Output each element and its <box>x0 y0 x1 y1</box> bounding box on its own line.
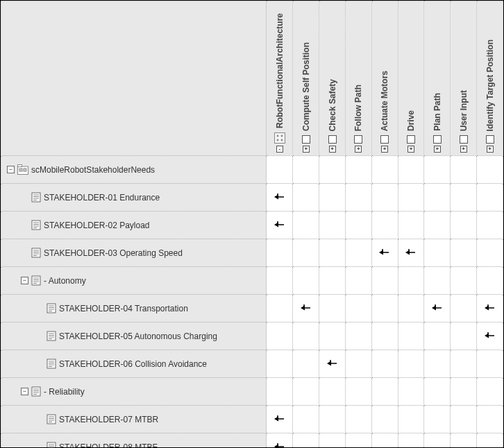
matrix-cell[interactable] <box>293 378 319 406</box>
matrix-cell[interactable] <box>398 433 424 449</box>
matrix-cell[interactable] <box>424 322 451 350</box>
row-header[interactable]: STAKEHOLDER-04 Transportation <box>1 295 267 322</box>
row-header[interactable]: STAKEHOLDER-02 Payload <box>1 212 267 239</box>
matrix-cell[interactable] <box>371 433 398 449</box>
matrix-cell[interactable] <box>345 239 371 267</box>
row-header[interactable]: STAKEHOLDER-06 Collision Avoidance <box>1 350 267 378</box>
matrix-cell[interactable] <box>371 156 398 184</box>
matrix-cell[interactable] <box>477 350 503 378</box>
collapse-icon[interactable]: − <box>21 388 28 395</box>
matrix-cell[interactable] <box>424 212 451 239</box>
column-header[interactable]: RobotFunctionalArchitecture- <box>267 1 293 156</box>
matrix-cell[interactable] <box>319 350 346 378</box>
matrix-cell[interactable] <box>267 378 293 406</box>
matrix-cell[interactable] <box>451 350 477 378</box>
expand-icon[interactable]: + <box>408 146 414 153</box>
matrix-cell[interactable] <box>371 267 398 295</box>
column-header[interactable]: User Input+ <box>451 1 477 156</box>
matrix-cell[interactable] <box>293 239 319 267</box>
matrix-cell[interactable] <box>424 184 451 212</box>
matrix-cell[interactable] <box>398 212 424 239</box>
matrix-cell[interactable] <box>398 156 424 184</box>
column-header[interactable]: Actuate Motors+ <box>371 1 398 156</box>
matrix-cell[interactable] <box>319 267 346 295</box>
matrix-cell[interactable] <box>451 267 477 295</box>
matrix-cell[interactable] <box>477 433 503 449</box>
matrix-cell[interactable] <box>451 239 477 267</box>
matrix-cell[interactable] <box>451 295 477 322</box>
matrix-cell[interactable] <box>267 267 293 295</box>
matrix-cell[interactable] <box>398 350 424 378</box>
matrix-cell[interactable] <box>398 267 424 295</box>
matrix-cell[interactable] <box>477 239 503 267</box>
expand-icon[interactable]: + <box>460 146 467 153</box>
matrix-cell[interactable] <box>345 378 371 406</box>
row-header[interactable]: STAKEHOLDER-07 MTBR <box>1 406 267 433</box>
matrix-cell[interactable] <box>267 433 293 449</box>
matrix-cell[interactable] <box>398 295 424 322</box>
matrix-cell[interactable] <box>451 406 477 433</box>
matrix-cell[interactable] <box>319 239 346 267</box>
row-header[interactable]: −- Autonomy <box>1 267 267 295</box>
matrix-cell[interactable] <box>477 295 503 322</box>
expand-icon[interactable]: + <box>381 146 388 153</box>
matrix-cell[interactable] <box>345 322 371 350</box>
matrix-cell[interactable] <box>424 295 451 322</box>
matrix-cell[interactable] <box>451 212 477 239</box>
column-header[interactable]: Check Safety+ <box>319 1 346 156</box>
row-header[interactable]: STAKEHOLDER-05 Autonomous Charging <box>1 322 267 350</box>
matrix-cell[interactable] <box>267 239 293 267</box>
column-header[interactable]: Drive+ <box>398 1 424 156</box>
matrix-cell[interactable] <box>371 406 398 433</box>
matrix-cell[interactable] <box>371 212 398 239</box>
matrix-cell[interactable] <box>371 295 398 322</box>
column-header[interactable]: Plan Path+ <box>424 1 451 156</box>
matrix-cell[interactable] <box>371 322 398 350</box>
matrix-cell[interactable] <box>267 350 293 378</box>
matrix-cell[interactable] <box>424 378 451 406</box>
matrix-cell[interactable] <box>398 322 424 350</box>
matrix-cell[interactable] <box>319 322 346 350</box>
matrix-cell[interactable] <box>424 156 451 184</box>
expand-icon[interactable]: + <box>487 146 494 153</box>
matrix-cell[interactable] <box>319 378 346 406</box>
expand-icon[interactable]: + <box>329 146 336 153</box>
matrix-cell[interactable] <box>293 184 319 212</box>
matrix-cell[interactable] <box>319 212 346 239</box>
matrix-cell[interactable] <box>293 156 319 184</box>
matrix-cell[interactable] <box>345 212 371 239</box>
matrix-cell[interactable] <box>424 433 451 449</box>
matrix-cell[interactable] <box>477 322 503 350</box>
matrix-cell[interactable] <box>477 156 503 184</box>
matrix-cell[interactable] <box>451 184 477 212</box>
matrix-cell[interactable] <box>398 378 424 406</box>
row-header[interactable]: −scMobileRobotStakeholderNeeds <box>1 156 267 184</box>
matrix-cell[interactable] <box>477 378 503 406</box>
row-header[interactable]: STAKEHOLDER-03 Operating Speed <box>1 239 267 267</box>
matrix-cell[interactable] <box>451 378 477 406</box>
row-header[interactable]: −- Reliability <box>1 378 267 406</box>
matrix-cell[interactable] <box>319 295 346 322</box>
matrix-cell[interactable] <box>345 350 371 378</box>
matrix-cell[interactable] <box>477 406 503 433</box>
matrix-cell[interactable] <box>293 212 319 239</box>
expand-icon[interactable]: + <box>303 146 310 153</box>
matrix-cell[interactable] <box>293 267 319 295</box>
collapse-icon[interactable]: − <box>21 277 28 284</box>
matrix-cell[interactable] <box>371 350 398 378</box>
matrix-cell[interactable] <box>477 212 503 239</box>
matrix-cell[interactable] <box>345 184 371 212</box>
matrix-cell[interactable] <box>293 433 319 449</box>
row-header[interactable]: STAKEHOLDER-01 Endurance <box>1 184 267 212</box>
matrix-cell[interactable] <box>398 184 424 212</box>
column-header[interactable]: Follow Path+ <box>345 1 371 156</box>
matrix-cell[interactable] <box>424 267 451 295</box>
matrix-cell[interactable] <box>345 156 371 184</box>
matrix-cell[interactable] <box>267 322 293 350</box>
matrix-cell[interactable] <box>451 322 477 350</box>
matrix-cell[interactable] <box>424 239 451 267</box>
matrix-cell[interactable] <box>293 322 319 350</box>
matrix-cell[interactable] <box>424 406 451 433</box>
matrix-cell[interactable] <box>345 267 371 295</box>
matrix-cell[interactable] <box>267 212 293 239</box>
